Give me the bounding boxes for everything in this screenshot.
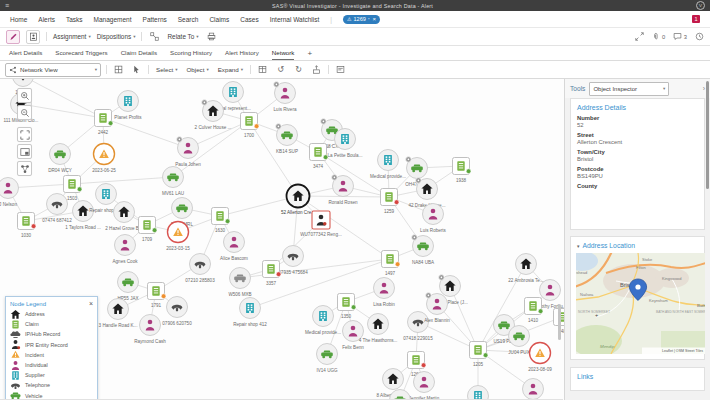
network-view-select[interactable]: Network View ▾ [5, 63, 101, 77]
nav-item-internal-watchlist[interactable]: Internal Watchlist [270, 16, 320, 23]
nav-item-alerts[interactable]: Alerts [38, 16, 55, 23]
graph-node-c1410[interactable]: 1410 [525, 298, 544, 323]
graph-node-c1700[interactable]: 1700 [241, 113, 260, 138]
graph-node-paula[interactable]: Paula Johen [175, 137, 201, 167]
comments-button[interactable]: 3 [673, 32, 687, 41]
graph-node-dr04[interactable]: DR04 WCY [48, 144, 72, 173]
graph-node-kb14[interactable]: KB14 SUP [276, 124, 298, 154]
close-icon[interactable]: × [373, 16, 377, 22]
graph-node-medical2[interactable]: Medical provide... [305, 306, 341, 335]
graph-node-c1791[interactable]: 1791 [148, 283, 167, 308]
details-button[interactable] [26, 30, 40, 44]
attachments-button[interactable]: 0 [652, 32, 666, 41]
graph-node-p07935[interactable]: 07935 475684 [278, 246, 308, 275]
graph-node-c1503[interactable]: 1503 [64, 176, 83, 201]
graph-node-hawthorns[interactable]: 4 The Hawthorns... [359, 314, 398, 343]
object-menu[interactable]: Object▾ [185, 66, 211, 73]
graph-node-hazel[interactable]: 2 Hazel Grove B... [105, 202, 143, 231]
graph-node-medical1[interactable]: Medical provide... [370, 150, 406, 179]
table-view-button[interactable] [256, 63, 269, 76]
graph-node-raymond[interactable]: Raymond Cash [134, 315, 166, 344]
graph-node-wu[interactable]: WU7077342 Reng... [300, 211, 342, 237]
nav-item-home[interactable]: Home [10, 16, 27, 23]
graph-node-p07418[interactable]: 07418 229015 [403, 312, 433, 341]
graph-node-p07906[interactable]: 07906 620750 [162, 297, 192, 326]
graph-vertical-scrollbar[interactable] [558, 304, 561, 340]
graph-node-c1709[interactable]: 1709 [139, 217, 158, 242]
address-location-header[interactable]: ▾ Address Location [577, 242, 699, 249]
graph-node-c3474[interactable]: 3474 [310, 144, 329, 169]
undo-button[interactable]: ↺ [274, 63, 287, 76]
graph-node-tealbot[interactable] [468, 386, 489, 400]
graph-node-agnes[interactable]: Agnes Cook [112, 235, 138, 264]
graph-node-c1205[interactable]: 1205 [470, 342, 489, 367]
graph-node-c1350[interactable]: 1350 [338, 294, 357, 319]
tool-selector[interactable]: Object Inspector ▾ [589, 82, 669, 96]
export-button[interactable] [310, 63, 323, 76]
graph-node-c2442[interactable]: 2442 [95, 110, 114, 135]
tab-network[interactable]: Network [272, 49, 295, 60]
graph-node-luisrob[interactable]: Luis Roberts [420, 204, 446, 233]
pointer-mode-button[interactable] [130, 63, 143, 76]
user-avatar[interactable]: V [696, 1, 705, 10]
graph-node-c1030[interactable]: 1030 [18, 213, 37, 238]
nav-item-claims[interactable]: Claims [209, 16, 229, 23]
graph-node-w0625[interactable]: 2023-06-25 [92, 144, 116, 173]
print-button[interactable] [205, 30, 218, 43]
panel-scrollbar[interactable] [706, 81, 709, 189]
zoom-out-button[interactable] [17, 105, 32, 120]
panel-collapse-button[interactable]: › [703, 85, 705, 92]
close-icon[interactable]: × [89, 300, 93, 307]
graph-node-w0809[interactable]: 2023-08-09 [528, 343, 552, 372]
graph-node-planet[interactable]: Planet Profits [114, 91, 142, 120]
history-button[interactable] [695, 32, 704, 41]
graph-node-iv14[interactable]: IV14 UGG [316, 344, 338, 373]
overview-button[interactable] [17, 144, 32, 159]
relate-to-menu[interactable]: Relate To▾ [167, 33, 198, 40]
select-menu[interactable]: Select▾ [154, 66, 180, 73]
fullscreen-button[interactable] [635, 32, 644, 41]
graph-node-na84[interactable]: NA84 UBA [412, 235, 435, 265]
alert-tab-badge[interactable]: ⚠ 1269* × [343, 15, 380, 24]
graph-node-w506[interactable]: W506 MXB [228, 268, 251, 297]
tab-alert-history[interactable]: Alert History [225, 49, 259, 60]
graph-node-lisa[interactable]: Lisa Robin [373, 278, 395, 307]
graph-node-c1259[interactable]: 1259 [381, 189, 400, 214]
graph-node-luisriv[interactable]: Luis Rivera [274, 82, 297, 112]
graph-node-felix[interactable]: Felix Benn [342, 321, 364, 350]
graph-node-c1497[interactable]: 1497 [382, 251, 401, 276]
edit-button[interactable] [6, 30, 20, 44]
notification-badge[interactable]: 1 [692, 15, 700, 23]
tab-scorecard-triggers[interactable]: Scorecard Triggers [55, 49, 107, 60]
redo-button[interactable]: ↻ [292, 63, 305, 76]
tab-claim-details[interactable]: Claim Details [121, 49, 157, 60]
graph-node-w0315[interactable]: 2023-03-15 [166, 222, 190, 251]
graph-node-alexb[interactable]: Alex Blannin [424, 293, 450, 323]
nav-item-search[interactable]: Search [178, 16, 199, 23]
tab-alert-details[interactable]: Alert Details [9, 49, 42, 60]
tab-scoring-history[interactable]: Scoring History [170, 49, 212, 60]
graph-node-nelson[interactable]: J Nelson [0, 178, 19, 207]
snapshot-button[interactable] [112, 63, 125, 76]
graph-node-taylors[interactable]: 1 Taylors Road ... [65, 201, 101, 230]
graph-node-alice[interactable]: Alice Bascom [220, 232, 248, 261]
graph-node-ronald[interactable]: Ronald Rosen [328, 175, 358, 205]
address-map[interactable]: Stoke Filton Kingswood Bristol Keynsham … [576, 253, 705, 354]
nav-item-tasks[interactable]: Tasks [66, 16, 83, 23]
graph-node-ju04[interactable]: JU04 PUX [508, 326, 529, 355]
fit-view-button[interactable] [17, 127, 32, 142]
graph-node-shop412[interactable]: Repair shop 412 [233, 298, 267, 327]
nav-item-patterns[interactable]: Patterns [143, 16, 167, 23]
display-options-button[interactable] [334, 63, 347, 76]
dispositions-menu[interactable]: Dispositions▾ [97, 33, 136, 40]
nav-item-cases[interactable]: Cases [240, 16, 258, 23]
expand-menu[interactable]: Expand▾ [216, 66, 245, 73]
graph-node-mv61[interactable]: MV61 LAU [162, 167, 184, 196]
layout-button[interactable] [17, 161, 32, 176]
add-tab-button[interactable]: + [307, 49, 312, 60]
graph-node-hp55[interactable]: HP55 JAX [117, 272, 138, 301]
graph-node-c1938[interactable]: 1938 [453, 158, 472, 183]
graph-node-c3357[interactable]: 3357 [263, 261, 282, 286]
nav-item-management[interactable]: Management [94, 16, 132, 23]
zoom-in-button[interactable] [17, 88, 32, 103]
